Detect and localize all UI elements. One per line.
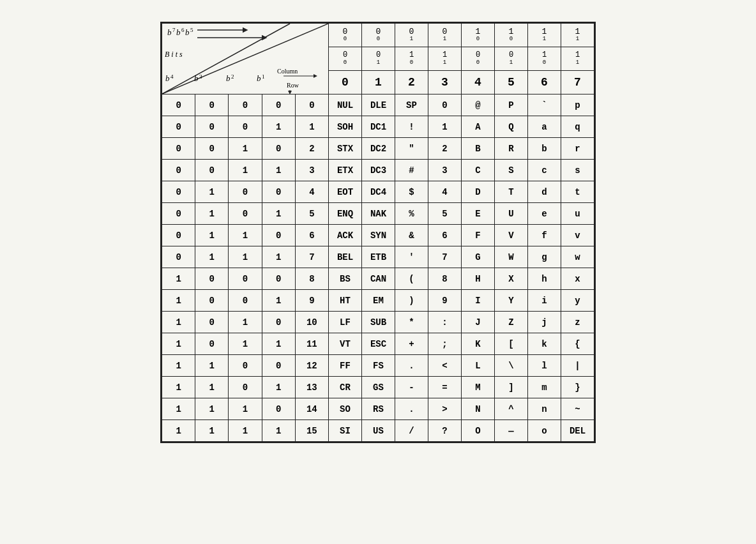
col3-data: 9: [428, 290, 462, 312]
bit-b1: 0: [262, 94, 295, 116]
col3-data: :: [428, 312, 462, 333]
col6-data: k: [528, 333, 561, 355]
bit-b2: 0: [229, 94, 262, 116]
col1-data: DC2: [362, 138, 395, 160]
bit-b2: 0: [229, 268, 262, 290]
col4-data: L: [462, 355, 495, 377]
bit-b1: 1: [262, 116, 295, 138]
col3-data: ;: [428, 333, 462, 355]
row-num: 14: [295, 398, 328, 420]
col5-data: —: [495, 420, 528, 442]
bit-b1: 1: [262, 420, 295, 442]
row-num: 3: [295, 160, 328, 181]
svg-text:Row: Row: [287, 82, 299, 89]
col-b7-5: 10: [495, 24, 528, 47]
table-row: 01015ENQNAK%5EUeu: [162, 203, 594, 225]
bit-b4: 1: [162, 377, 195, 398]
col3-data: =: [428, 377, 462, 398]
col0-data: VT: [329, 333, 362, 355]
bit-b2: 0: [229, 116, 262, 138]
col6-data: i: [528, 290, 561, 312]
bit-b4: 1: [162, 420, 195, 442]
col2-data: ): [395, 290, 428, 312]
col4-data: I: [462, 290, 495, 312]
col-b7-7: 11: [561, 24, 594, 47]
col6-data: o: [528, 420, 561, 442]
bit-b1: 1: [262, 203, 295, 225]
bit-b1: 1: [262, 290, 295, 312]
col6-data: h: [528, 268, 561, 290]
row-num: 8: [295, 268, 328, 290]
col2-data: %: [395, 203, 428, 225]
col7-data: r: [561, 138, 594, 160]
col7-data: ~: [561, 398, 594, 420]
table-row: 110012FFFS.<L\l|: [162, 355, 594, 377]
col7-data: y: [561, 290, 594, 312]
col5-data: ]: [495, 377, 528, 398]
svg-text:b: b: [176, 27, 181, 37]
col1-data: ESC: [362, 333, 395, 355]
bit-b3: 1: [195, 203, 229, 225]
col4-data: N: [462, 398, 495, 420]
col4-data: E: [462, 203, 495, 225]
table-row: 00000NULDLESP0@P`p: [162, 94, 594, 116]
col-b7-1: 00: [362, 24, 395, 47]
col6-data: c: [528, 160, 561, 181]
svg-text:b: b: [226, 73, 231, 83]
col2-data: &: [395, 225, 428, 246]
col3-data: 7: [428, 246, 462, 268]
col6-data: d: [528, 181, 561, 203]
bit-b4: 0: [162, 94, 195, 116]
col5-data: \: [495, 355, 528, 377]
col4-data: F: [462, 225, 495, 246]
col1-data: DC4: [362, 181, 395, 203]
bit-b2: 0: [229, 203, 262, 225]
bit-b3: 0: [195, 268, 229, 290]
bit-b1: 0: [262, 138, 295, 160]
svg-text:B i t s: B i t s: [165, 50, 183, 59]
svg-text:b: b: [194, 73, 199, 83]
col0-data: SO: [329, 398, 362, 420]
col6-data: b: [528, 138, 561, 160]
bit-b4: 1: [162, 312, 195, 333]
col1-data: US: [362, 420, 395, 442]
col-b7-6: 11: [528, 24, 561, 47]
col2-data: #: [395, 160, 428, 181]
col4-data: K: [462, 333, 495, 355]
bit-b1: 0: [262, 225, 295, 246]
bit-b3: 1: [195, 355, 229, 377]
row-num: 9: [295, 290, 328, 312]
col4-data: O: [462, 420, 495, 442]
col1-data: DLE: [362, 94, 395, 116]
bit-b3: 0: [195, 290, 229, 312]
svg-text:b: b: [167, 27, 172, 37]
col7-data: t: [561, 181, 594, 203]
col3-data: 3: [428, 160, 462, 181]
bit-b1: 1: [262, 333, 295, 355]
bit-b2: 1: [229, 333, 262, 355]
col7-data: DEL: [561, 420, 594, 442]
col2-data: (: [395, 268, 428, 290]
col4-data: H: [462, 268, 495, 290]
col7-data: |: [561, 355, 594, 377]
bit-b4: 0: [162, 203, 195, 225]
col0-data: ACK: [329, 225, 362, 246]
bit-b2: 1: [229, 246, 262, 268]
col7-data: s: [561, 160, 594, 181]
col3-data: 5: [428, 203, 462, 225]
col2-data: $: [395, 181, 428, 203]
bit-b2: 0: [229, 290, 262, 312]
col7-data: x: [561, 268, 594, 290]
bit-b4: 1: [162, 355, 195, 377]
svg-line-1: [162, 24, 290, 94]
col5-data: X: [495, 268, 528, 290]
col7-data: {: [561, 333, 594, 355]
col1-data: SYN: [362, 225, 395, 246]
svg-text:1: 1: [262, 73, 265, 80]
col4-data: J: [462, 312, 495, 333]
col3-data: 2: [428, 138, 462, 160]
col1-data: DC3: [362, 160, 395, 181]
bit-b4: 0: [162, 225, 195, 246]
bit-b2: 1: [229, 398, 262, 420]
col-b7-3: 01: [428, 24, 462, 47]
